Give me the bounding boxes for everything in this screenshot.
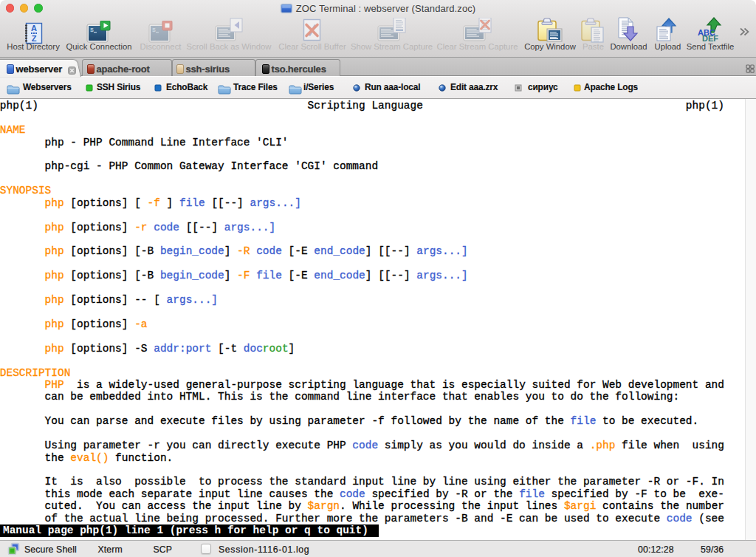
- svg-text:$: $: [152, 27, 156, 33]
- svg-text:$: $: [90, 27, 94, 33]
- svg-text:DEF: DEF: [702, 34, 718, 42]
- svg-text:A: A: [31, 24, 37, 33]
